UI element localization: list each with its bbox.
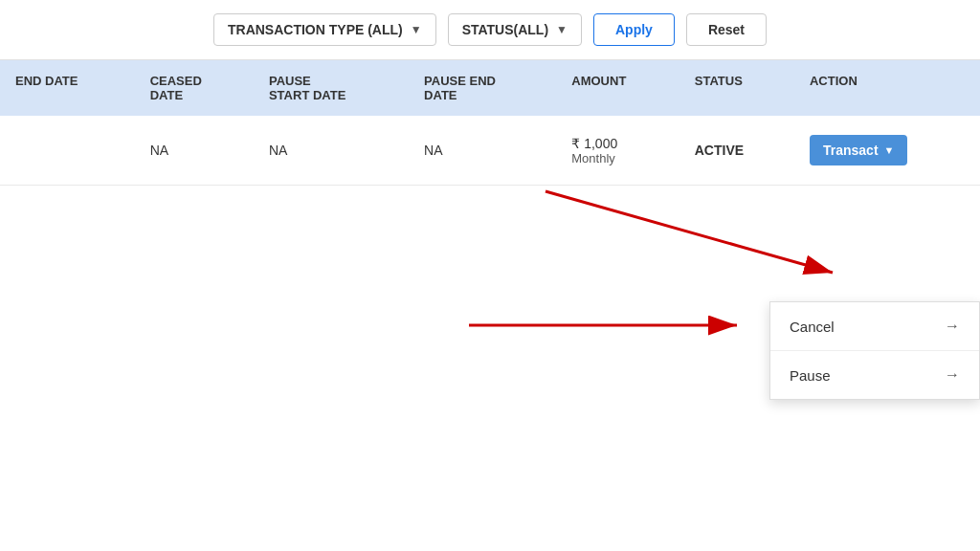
svg-line-1 <box>546 191 833 273</box>
amount-frequency: Monthly <box>571 151 663 165</box>
dropdown-item-pause[interactable]: Pause → <box>770 351 979 399</box>
col-amount: AMOUNT <box>556 60 679 116</box>
cell-pause-end-date: NA <box>409 116 556 186</box>
col-pause-end-date: PAUSE ENDDATE <box>409 60 556 116</box>
col-status: STATUS <box>679 60 794 116</box>
col-pause-start-date: PAUSESTART DATE <box>254 60 409 116</box>
transaction-type-label: TRANSACTION TYPE (ALL) <box>228 22 403 37</box>
col-action: ACTION <box>794 60 980 116</box>
action-dropdown-menu: Cancel → Pause → <box>769 301 980 400</box>
status-chevron-icon: ▼ <box>556 23 568 36</box>
transaction-type-filter[interactable]: TRANSACTION TYPE (ALL) ▼ <box>213 13 436 46</box>
col-end-date: END DATE <box>0 60 135 116</box>
col-ceased-date: CEASEDDATE <box>135 60 254 116</box>
cancel-arrow-icon: → <box>945 318 960 335</box>
cell-action[interactable]: Transact ▼ <box>794 116 980 186</box>
cell-ceased-date: NA <box>135 116 254 186</box>
transact-caret-icon: ▼ <box>884 144 895 156</box>
table-header-row: END DATE CEASEDDATE PAUSESTART DATE PAUS… <box>0 60 980 116</box>
cell-amount: ₹ 1,000 Monthly <box>556 116 679 186</box>
pause-arrow-icon: → <box>945 366 960 384</box>
status-label: STATUS(ALL) <box>462 22 548 37</box>
status-badge: ACTIVE <box>695 143 744 158</box>
cell-status: ACTIVE <box>679 116 794 186</box>
dropdown-item-cancel[interactable]: Cancel → <box>770 302 979 351</box>
apply-button[interactable]: Apply <box>593 13 675 46</box>
transactions-table: END DATE CEASEDDATE PAUSESTART DATE PAUS… <box>0 60 980 186</box>
table-row: NA NA NA ₹ 1,000 Monthly ACTIVE Transact… <box>0 116 980 186</box>
cell-pause-start-date: NA <box>254 116 409 186</box>
cell-end-date <box>0 116 135 186</box>
transactions-table-wrapper: END DATE CEASEDDATE PAUSESTART DATE PAUS… <box>0 60 980 186</box>
reset-button[interactable]: Reset <box>686 13 767 46</box>
transact-label: Transact <box>823 143 879 158</box>
transaction-type-chevron-icon: ▼ <box>411 23 422 36</box>
amount-value: ₹ 1,000 <box>571 136 663 151</box>
transact-button[interactable]: Transact ▼ <box>810 135 907 165</box>
pause-label: Pause <box>790 367 831 384</box>
cancel-label: Cancel <box>790 319 835 335</box>
status-filter[interactable]: STATUS(ALL) ▼ <box>448 13 582 46</box>
filter-bar: TRANSACTION TYPE (ALL) ▼ STATUS(ALL) ▼ A… <box>0 0 980 60</box>
